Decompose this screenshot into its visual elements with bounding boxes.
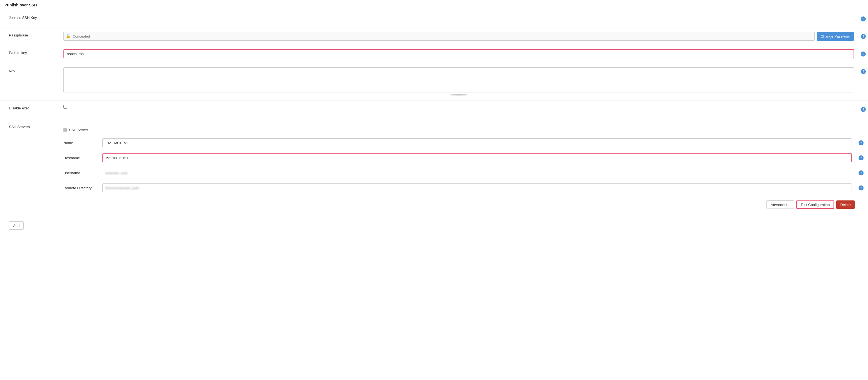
server-remote-dir-input[interactable] <box>102 183 852 193</box>
server-remote-dir-label: Remote Directory <box>63 185 102 191</box>
test-configuration-button[interactable]: Test Configuration <box>796 200 834 209</box>
disable-exec-help-col: ? <box>856 104 868 115</box>
concealed-wrapper: 🔒 <box>63 32 814 41</box>
passphrase-field: 🔒 Change Password <box>61 31 856 42</box>
scrollbar-hint <box>451 94 467 95</box>
jenkins-ssh-key-label: Jenkins SSH Key <box>0 13 61 23</box>
server-name-input[interactable] <box>102 138 852 147</box>
server-hostname-label: Hostname <box>63 155 102 161</box>
server-username-help-col: ? <box>854 167 866 179</box>
section-title: Publish over SSH <box>4 3 37 7</box>
add-button[interactable]: Add <box>9 221 24 230</box>
passphrase-row: Passphrase 🔒 Change Password ? <box>0 28 868 46</box>
server-username-help-icon[interactable]: ? <box>859 170 864 175</box>
key-label: Key <box>0 66 61 76</box>
delete-button[interactable]: Delete <box>836 200 855 209</box>
drag-handle[interactable] <box>63 128 67 132</box>
key-field <box>61 66 856 98</box>
ssh-server-title-text: SSH Server <box>69 128 88 132</box>
passphrase-input[interactable] <box>63 32 814 41</box>
jenkins-ssh-key-help-icon[interactable]: ? <box>861 17 866 22</box>
ssh-server-title: SSH Server <box>63 125 866 135</box>
change-password-button[interactable]: Change Password <box>817 32 854 41</box>
section-header: Publish over SSH <box>0 0 868 10</box>
server-name-field <box>102 138 854 147</box>
path-to-key-help-icon[interactable]: ? <box>861 52 866 57</box>
form-table: Jenkins SSH Key ? Passphrase 🔒 Change Pa… <box>0 10 868 217</box>
ssh-servers-field: SSH Server Name ? <box>61 121 868 214</box>
add-button-row: Add <box>0 217 868 236</box>
key-row: Key ? <box>0 63 868 101</box>
ssh-servers-row: SSH Servers SSH Server <box>0 118 868 217</box>
path-to-key-label: Path to key <box>0 48 61 58</box>
key-help-col: ? <box>856 66 868 78</box>
server-hostname-field <box>102 153 854 162</box>
jenkins-ssh-key-row: Jenkins SSH Key ? <box>0 10 868 28</box>
server-username-label: Username <box>63 170 102 176</box>
server-hostname-help-col: ? <box>854 152 866 164</box>
disable-exec-help-icon[interactable]: ? <box>861 107 866 112</box>
server-name-row: Name ? <box>63 135 866 150</box>
path-to-key-field <box>61 48 856 59</box>
server-name-help-icon[interactable]: ? <box>859 140 864 145</box>
server-button-row: Advanced... Test Configuration Delete <box>63 198 866 211</box>
advanced-button[interactable]: Advanced... <box>767 200 794 209</box>
page-container: Publish over SSH Jenkins SSH Key ? Passp… <box>0 0 868 380</box>
server-username-field <box>102 169 854 177</box>
server-remote-dir-field <box>102 183 854 193</box>
server-username-row: Username ? <box>63 165 866 180</box>
server-remote-dir-help-col: ? <box>854 182 866 194</box>
path-to-key-input[interactable] <box>63 49 854 58</box>
server-remote-dir-help-icon[interactable]: ? <box>859 185 864 191</box>
ssh-servers-label: SSH Servers <box>0 121 61 132</box>
key-help-icon[interactable]: ? <box>861 69 866 74</box>
server-hostname-row: Hostname ? <box>63 150 866 165</box>
lock-icon: 🔒 <box>66 34 70 38</box>
jenkins-ssh-key-help-col: ? <box>856 13 868 25</box>
server-name-help-col: ? <box>854 137 866 149</box>
ssh-server-section: SSH Server Name ? <box>63 123 866 198</box>
disable-exec-label: Disable exec <box>0 104 61 113</box>
path-to-key-help-col: ? <box>856 48 868 60</box>
disable-exec-row: Disable exec ? <box>0 101 868 118</box>
server-hostname-help-icon[interactable]: ? <box>859 155 864 160</box>
server-hostname-input[interactable] <box>102 153 852 162</box>
server-username-input[interactable] <box>102 169 852 177</box>
passphrase-label: Passphrase <box>0 31 61 40</box>
disable-exec-field <box>61 104 856 110</box>
disable-exec-checkbox[interactable] <box>63 105 67 109</box>
jenkins-ssh-key-field <box>61 13 856 15</box>
passphrase-help-icon[interactable]: ? <box>861 34 866 39</box>
path-to-key-row: Path to key ? <box>0 46 868 63</box>
key-textarea[interactable] <box>63 67 854 92</box>
passphrase-help-col: ? <box>856 31 868 42</box>
server-remote-dir-row: Remote Directory ? <box>63 180 866 196</box>
server-name-label: Name <box>63 140 102 146</box>
